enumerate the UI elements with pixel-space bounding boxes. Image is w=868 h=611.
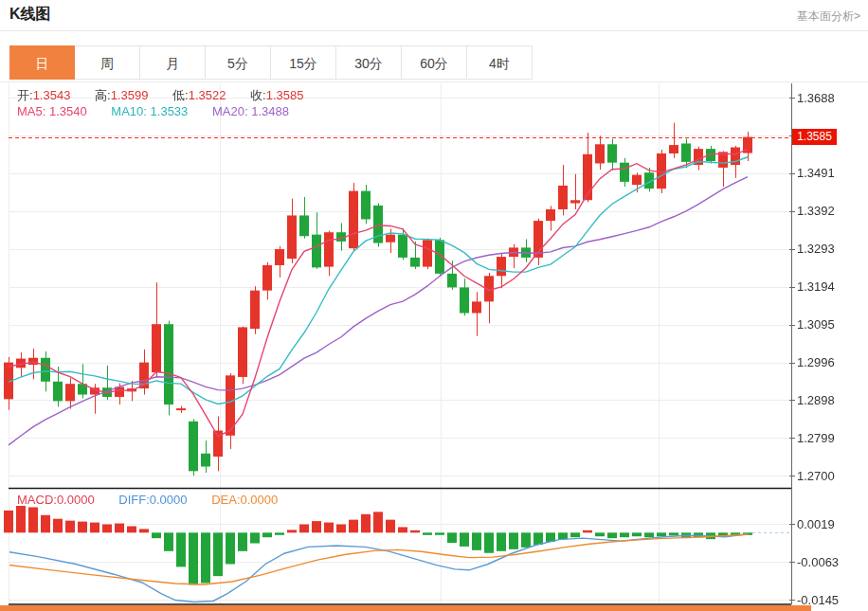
macd-label: MACD: bbox=[17, 493, 57, 507]
high-value: 1.3599 bbox=[111, 88, 149, 102]
y-axis-label: 1.3491 bbox=[797, 166, 835, 180]
y-axis-label: 1.2996 bbox=[797, 355, 835, 369]
kline-widget: K线图 基本面分析> 日 周 月 5分 15分 30分 60分 4时 开:1.3… bbox=[0, 0, 868, 611]
ma20-value: 1.3488 bbox=[251, 104, 289, 118]
diff-label: DIFF: bbox=[118, 493, 150, 507]
close-label: 收: bbox=[250, 88, 266, 102]
ohlc-legend: 开:1.3543 高:1.3599 低:1.3522 收:1.3585 bbox=[17, 87, 324, 104]
y-axis-label: 1.3392 bbox=[797, 204, 835, 218]
open-value: 1.3543 bbox=[33, 88, 71, 102]
ma10-value: 1.3533 bbox=[151, 104, 189, 118]
y-axis-label: 1.3688 bbox=[797, 91, 835, 105]
dea-value: 0.0000 bbox=[241, 493, 279, 507]
y-axis-label: 1.2700 bbox=[797, 469, 835, 483]
y-axis-label: 1.2898 bbox=[797, 393, 835, 407]
bottom-scrollbar[interactable] bbox=[0, 605, 811, 611]
close-value: 1.3585 bbox=[266, 88, 304, 102]
y-axis-label: 1.3194 bbox=[797, 279, 835, 294]
open-label: 开: bbox=[17, 88, 33, 102]
low-value: 1.3522 bbox=[189, 88, 226, 102]
high-label: 高: bbox=[95, 88, 111, 102]
ma5-value: 1.3540 bbox=[49, 104, 87, 118]
ma20-label: MA20: bbox=[212, 104, 248, 118]
ma5-label: MA5: bbox=[17, 104, 45, 118]
diff-value: 0.0000 bbox=[150, 493, 188, 507]
macd-axis-label: -0.0063 bbox=[797, 555, 839, 569]
low-label: 低: bbox=[172, 88, 189, 102]
y-axis-label: 1.3095 bbox=[797, 317, 835, 332]
dea-label: DEA: bbox=[211, 493, 240, 507]
y-axis-label: 1.3293 bbox=[797, 242, 835, 256]
ma10-label: MA10: bbox=[111, 104, 147, 118]
macd-value: 0.0000 bbox=[57, 493, 95, 507]
macd-legend: MACD:0.0000 DIFF:0.0000 DEA:0.0000 bbox=[17, 493, 298, 507]
y-axis-label: 1.2799 bbox=[797, 431, 835, 445]
macd-axis-label: 0.0019 bbox=[797, 517, 835, 531]
current-price-tag: 1.3585 bbox=[792, 129, 837, 145]
ma-legend: MA5: 1.3540 MA10: 1.3533 MA20: 1.3488 bbox=[17, 104, 310, 118]
